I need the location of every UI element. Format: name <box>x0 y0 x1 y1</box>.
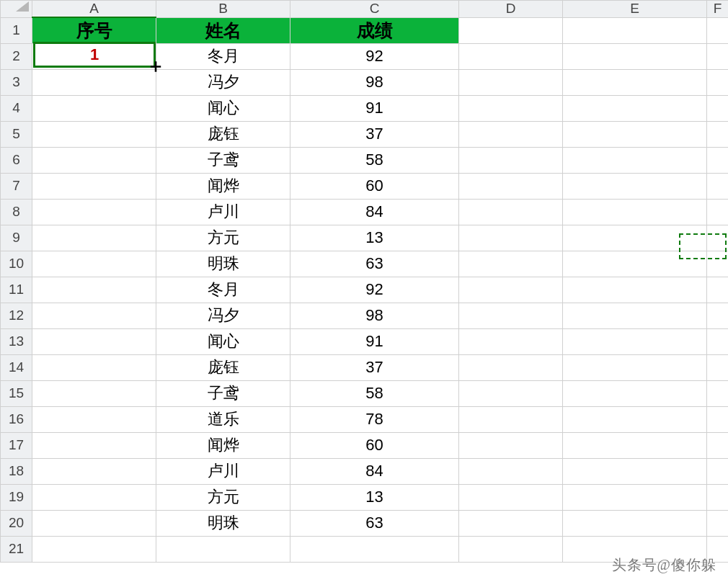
row-header-19[interactable]: 19 <box>1 484 32 510</box>
cell-F1[interactable] <box>707 17 729 43</box>
cell-E8[interactable] <box>563 199 707 225</box>
cell-C7[interactable]: 60 <box>290 173 459 199</box>
cell-E7[interactable] <box>563 173 707 199</box>
cell-E10[interactable] <box>563 251 707 277</box>
cell-D7[interactable] <box>459 173 563 199</box>
cell-B8[interactable]: 卢川 <box>156 199 290 225</box>
cell-D21[interactable] <box>459 536 563 562</box>
cell-F9[interactable] <box>707 225 729 251</box>
cell-B9[interactable]: 方元 <box>156 225 290 251</box>
grid[interactable]: A B C D E F 1 序号 姓名 成绩 2冬月923冯夕984闻心915庞… <box>0 0 728 563</box>
cell-F3[interactable] <box>707 69 729 95</box>
row-header-16[interactable]: 16 <box>1 406 32 432</box>
cell-E11[interactable] <box>563 277 707 303</box>
cell-F20[interactable] <box>707 510 729 536</box>
cell-A6[interactable] <box>32 147 156 173</box>
cell-C10[interactable]: 63 <box>290 251 459 277</box>
cell-F18[interactable] <box>707 458 729 484</box>
cell-A1[interactable]: 序号 <box>32 17 156 43</box>
cell-D5[interactable] <box>459 121 563 147</box>
cell-A18[interactable] <box>32 458 156 484</box>
cell-B19[interactable]: 方元 <box>156 484 290 510</box>
cell-D2[interactable] <box>459 43 563 69</box>
cell-C12[interactable]: 98 <box>290 303 459 328</box>
cell-A3[interactable] <box>32 69 156 95</box>
cell-F17[interactable] <box>707 432 729 458</box>
cell-C1[interactable]: 成绩 <box>290 17 459 43</box>
cell-D4[interactable] <box>459 95 563 121</box>
cell-B2[interactable]: 冬月 <box>156 43 290 69</box>
cell-D3[interactable] <box>459 69 563 95</box>
cell-C6[interactable]: 58 <box>290 147 459 173</box>
cell-E13[interactable] <box>563 328 707 354</box>
row-header-4[interactable]: 4 <box>1 95 32 121</box>
cell-E9[interactable] <box>563 225 707 251</box>
cell-A5[interactable] <box>32 121 156 147</box>
cell-D10[interactable] <box>459 251 563 277</box>
cell-D1[interactable] <box>459 17 563 43</box>
row-header-20[interactable]: 20 <box>1 510 32 536</box>
cell-D13[interactable] <box>459 328 563 354</box>
cell-B5[interactable]: 庞钰 <box>156 121 290 147</box>
cell-E19[interactable] <box>563 484 707 510</box>
row-header-2[interactable]: 2 <box>1 43 32 69</box>
cell-D9[interactable] <box>459 225 563 251</box>
row-header-5[interactable]: 5 <box>1 121 32 147</box>
cell-D14[interactable] <box>459 354 563 380</box>
cell-A2[interactable] <box>32 43 156 69</box>
cell-D20[interactable] <box>459 510 563 536</box>
cell-C3[interactable]: 98 <box>290 69 459 95</box>
row-header-10[interactable]: 10 <box>1 251 32 277</box>
cell-A21[interactable] <box>32 536 156 562</box>
cell-F16[interactable] <box>707 406 729 432</box>
row-header-17[interactable]: 17 <box>1 432 32 458</box>
row-header-21[interactable]: 21 <box>1 536 32 562</box>
cell-C11[interactable]: 92 <box>290 277 459 303</box>
cell-B1[interactable]: 姓名 <box>156 17 290 43</box>
cell-B15[interactable]: 子鸢 <box>156 380 290 406</box>
cell-A19[interactable] <box>32 484 156 510</box>
cell-E12[interactable] <box>563 303 707 328</box>
cell-C20[interactable]: 63 <box>290 510 459 536</box>
cell-E6[interactable] <box>563 147 707 173</box>
cell-A10[interactable] <box>32 251 156 277</box>
cell-D12[interactable] <box>459 303 563 328</box>
cell-B16[interactable]: 道乐 <box>156 406 290 432</box>
row-header-3[interactable]: 3 <box>1 69 32 95</box>
row-header-12[interactable]: 12 <box>1 303 32 328</box>
cell-C5[interactable]: 37 <box>290 121 459 147</box>
cell-D6[interactable] <box>459 147 563 173</box>
cell-B4[interactable]: 闻心 <box>156 95 290 121</box>
col-header-D[interactable]: D <box>459 1 563 18</box>
row-header-6[interactable]: 6 <box>1 147 32 173</box>
cell-C13[interactable]: 91 <box>290 328 459 354</box>
select-all-triangle[interactable] <box>16 1 29 12</box>
cell-F6[interactable] <box>707 147 729 173</box>
cell-B10[interactable]: 明珠 <box>156 251 290 277</box>
col-header-E[interactable]: E <box>563 1 707 18</box>
row-header-9[interactable]: 9 <box>1 225 32 251</box>
cell-E5[interactable] <box>563 121 707 147</box>
col-header-F[interactable]: F <box>707 1 729 18</box>
cell-E18[interactable] <box>563 458 707 484</box>
cell-E16[interactable] <box>563 406 707 432</box>
cell-C17[interactable]: 60 <box>290 432 459 458</box>
row-header-1[interactable]: 1 <box>1 17 32 43</box>
cell-E14[interactable] <box>563 354 707 380</box>
cell-E20[interactable] <box>563 510 707 536</box>
cell-B11[interactable]: 冬月 <box>156 277 290 303</box>
cell-F11[interactable] <box>707 277 729 303</box>
cell-C2[interactable]: 92 <box>290 43 459 69</box>
cell-A15[interactable] <box>32 380 156 406</box>
cell-B13[interactable]: 闻心 <box>156 328 290 354</box>
cell-A20[interactable] <box>32 510 156 536</box>
cell-A8[interactable] <box>32 199 156 225</box>
col-header-B[interactable]: B <box>156 1 290 18</box>
cell-B3[interactable]: 冯夕 <box>156 69 290 95</box>
cell-F12[interactable] <box>707 303 729 328</box>
row-header-13[interactable]: 13 <box>1 328 32 354</box>
cell-C21[interactable] <box>290 536 459 562</box>
cell-F15[interactable] <box>707 380 729 406</box>
cell-A11[interactable] <box>32 277 156 303</box>
cell-B12[interactable]: 冯夕 <box>156 303 290 328</box>
